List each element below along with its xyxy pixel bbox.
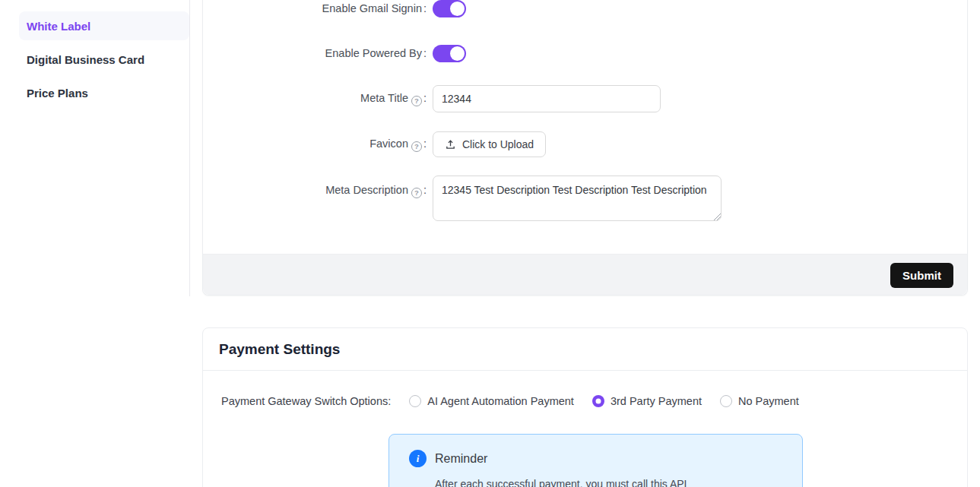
reminder-body-text: After each successful payment, you must … xyxy=(435,476,785,487)
radio-icon[interactable] xyxy=(592,395,604,407)
favicon-label: Favicon?: xyxy=(229,138,427,152)
help-icon[interactable]: ? xyxy=(411,188,422,198)
payment-settings-title: Payment Settings xyxy=(219,341,340,358)
payment-settings-header: Payment Settings xyxy=(203,328,967,371)
form-footer-bar: Submit xyxy=(203,254,967,295)
gmail-signin-toggle[interactable] xyxy=(433,0,466,17)
sidebar-item-label: White Label xyxy=(27,20,90,33)
radio-label: 3rd Party Payment xyxy=(611,395,702,407)
powered-by-label: Enable Powered By: xyxy=(229,47,427,59)
toggle-knob xyxy=(450,2,465,16)
toggle-knob xyxy=(450,46,465,61)
info-icon: i xyxy=(409,450,427,467)
gmail-signin-row: Enable Gmail Signin: xyxy=(203,0,967,17)
radio-label: No Payment xyxy=(738,395,799,407)
meta-title-label: Meta Title?: xyxy=(229,92,427,106)
settings-sidebar: White Label Digital Business Card Price … xyxy=(0,0,190,296)
meta-description-textarea[interactable]: 12345 Test Description Test Description … xyxy=(433,176,722,221)
meta-title-input[interactable] xyxy=(433,85,661,112)
upload-button-label: Click to Upload xyxy=(462,138,534,150)
payment-settings-card: Payment Settings Payment Gateway Switch … xyxy=(202,327,968,487)
radio-no-payment[interactable]: No Payment xyxy=(720,395,799,407)
meta-description-label: Meta Description?: xyxy=(229,184,427,198)
radio-label: AI Agent Automation Payment xyxy=(427,395,574,407)
submit-button[interactable]: Submit xyxy=(890,263,953,288)
reminder-title: Reminder xyxy=(435,452,487,466)
sidebar-item-digital-business-card[interactable]: Digital Business Card xyxy=(19,45,189,74)
radio-ai-agent-automation-payment[interactable]: AI Agent Automation Payment xyxy=(409,395,574,407)
upload-icon xyxy=(445,139,456,150)
white-label-form-card: Enable Gmail Signin: Enable Powered By: … xyxy=(202,0,968,296)
sidebar-item-label: Digital Business Card xyxy=(27,53,144,66)
sidebar-item-white-label[interactable]: White Label xyxy=(19,11,189,40)
radio-3rd-party-payment[interactable]: 3rd Party Payment xyxy=(592,395,702,407)
sidebar-item-label: Price Plans xyxy=(27,87,88,100)
powered-by-toggle[interactable] xyxy=(433,45,466,62)
help-icon[interactable]: ? xyxy=(411,141,422,152)
radio-icon[interactable] xyxy=(409,395,421,407)
meta-description-row: Meta Description?: 12345 Test Descriptio… xyxy=(203,176,967,221)
reminder-alert-box: i Reminder After each successful payment… xyxy=(389,434,803,487)
gmail-signin-label: Enable Gmail Signin: xyxy=(229,2,427,14)
sidebar-item-price-plans[interactable]: Price Plans xyxy=(19,78,189,107)
payment-gateway-options-row: Payment Gateway Switch Options: AI Agent… xyxy=(221,392,799,410)
payment-gateway-options-label: Payment Gateway Switch Options: xyxy=(221,395,391,407)
help-icon[interactable]: ? xyxy=(411,96,422,106)
favicon-row: Favicon?: Click to Upload xyxy=(203,131,967,157)
radio-icon[interactable] xyxy=(720,395,732,407)
powered-by-row: Enable Powered By: xyxy=(203,45,967,62)
meta-title-row: Meta Title?: xyxy=(203,85,967,112)
favicon-upload-button[interactable]: Click to Upload xyxy=(433,131,546,157)
